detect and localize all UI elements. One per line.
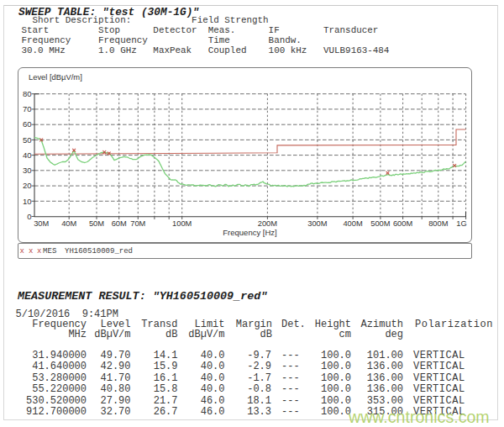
svg-text:40M: 40M [61,219,76,228]
svg-text:100M: 100M [172,219,192,228]
svg-text:20: 20 [23,181,32,190]
svg-text:60M: 60M [112,219,127,228]
svg-text:40: 40 [23,150,32,160]
svg-text:1G: 1G [456,219,466,228]
svg-text:400M: 400M [343,219,362,228]
svg-text:600M: 600M [393,219,412,228]
svg-text:800M: 800M [428,219,448,228]
svg-text:50: 50 [23,135,32,145]
svg-text:30M: 30M [34,219,49,228]
svg-text:60: 60 [23,119,32,129]
svg-text:300M: 300M [307,219,327,228]
svg-text:Frequency [Hz]: Frequency [Hz] [223,228,276,237]
svg-text:50M: 50M [89,219,104,228]
svg-text:80: 80 [23,89,32,98]
svg-text:200M: 200M [258,219,277,228]
svg-text:30: 30 [23,166,32,175]
svg-text:500M: 500M [370,219,390,228]
svg-text:10: 10 [23,197,32,206]
svg-text:70: 70 [23,104,32,113]
svg-text:70M: 70M [130,219,145,228]
svg-text:Level [dBµV/m]: Level [dBµV/m] [29,72,82,82]
svg-text:0: 0 [27,212,31,221]
